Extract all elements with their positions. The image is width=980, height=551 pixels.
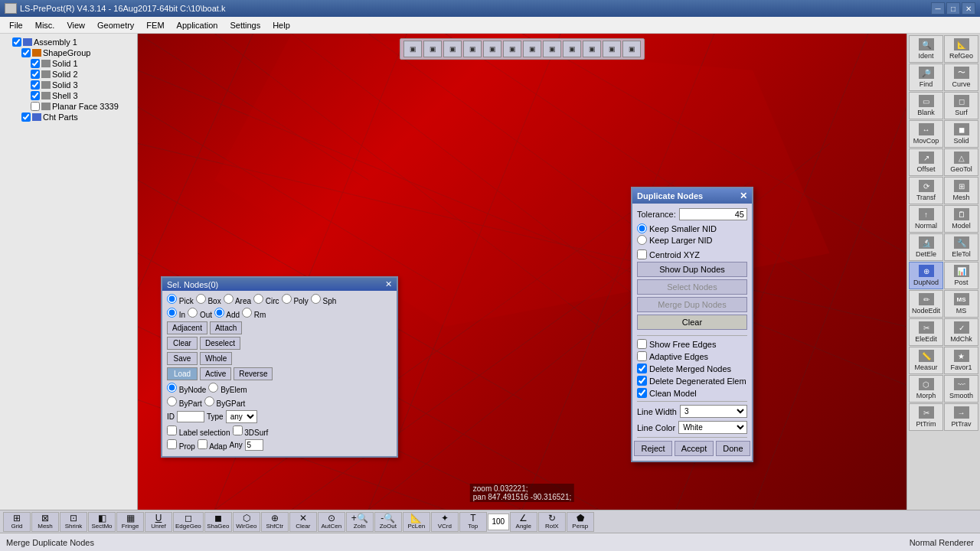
- rt-btn-favor1[interactable]: ★ Favor1: [944, 347, 978, 374]
- bt-persp[interactable]: ⬟ Persp: [567, 512, 594, 532]
- reverse-button[interactable]: Reverse: [234, 367, 273, 380]
- add-radio[interactable]: [214, 308, 224, 318]
- rt-btn-post[interactable]: 📊 Post: [944, 262, 978, 289]
- rt-btn-ident[interactable]: 🔍 Ident: [909, 35, 943, 63]
- tree-item-solid3[interactable]: Solid 3: [3, 80, 134, 90]
- adjacent-button[interactable]: Adjacent: [167, 321, 207, 334]
- bt-autcen[interactable]: ⊙ AutCen: [318, 512, 345, 532]
- rm-radio[interactable]: [242, 308, 252, 318]
- rt-btn-pttrim[interactable]: ✂ PtTrim: [909, 403, 943, 431]
- sph-radio[interactable]: [311, 294, 321, 304]
- merge-dup-nodes-button[interactable]: Merge Dup Nodes: [637, 297, 747, 312]
- bt-shrink[interactable]: ⊡ Shrink: [60, 512, 87, 532]
- in-radio[interactable]: [167, 308, 177, 318]
- sel-clear-button[interactable]: Clear: [167, 337, 198, 350]
- delete-merged-checkbox[interactable]: [637, 364, 647, 373]
- bt-shfctr[interactable]: ⊕ ShfCtr: [261, 512, 289, 532]
- dup-nodes-titlebar[interactable]: Duplicate Nodes ✕: [632, 188, 752, 204]
- poly-radio[interactable]: [282, 294, 292, 304]
- angle-input[interactable]: [488, 514, 509, 530]
- rt-btn-model[interactable]: 🗒 Model: [944, 205, 978, 233]
- rt-btn-offset[interactable]: ↗ Offset: [909, 148, 943, 176]
- line-color-select[interactable]: White Red Blue Green: [678, 421, 747, 434]
- dup-nodes-close-icon[interactable]: ✕: [740, 191, 747, 201]
- tree-checkbox-solid2[interactable]: [31, 70, 40, 79]
- vp-btn-11[interactable]: ▣: [603, 41, 621, 57]
- rt-btn-find[interactable]: 🔎 Find: [909, 64, 943, 91]
- tree-checkbox-assembly1[interactable]: [12, 37, 21, 47]
- byelem-radio[interactable]: [208, 383, 218, 393]
- tree-item-solid1[interactable]: Solid 1: [3, 58, 134, 69]
- pick-radio[interactable]: [167, 294, 177, 304]
- tree-item-shapegroup[interactable]: ShapeGroup: [3, 47, 134, 58]
- whole-button[interactable]: Whole: [200, 352, 232, 365]
- sel-nodes-close-icon[interactable]: ✕: [385, 279, 392, 289]
- tree-checkbox-solid1[interactable]: [31, 59, 40, 68]
- attach-button[interactable]: Attach: [210, 321, 242, 334]
- bt-grid[interactable]: ⊞ Grid: [3, 512, 31, 532]
- vp-btn-4[interactable]: ▣: [463, 41, 482, 57]
- sel-nodes-titlebar[interactable]: Sel. Nodes(0) ✕: [162, 278, 397, 291]
- vp-btn-9[interactable]: ▣: [563, 41, 581, 57]
- rt-btn-solid[interactable]: ◼ Solid: [944, 120, 978, 148]
- rt-btn-blank[interactable]: ▭ Blank: [909, 92, 943, 119]
- rt-btn-refgeo[interactable]: 📐 RefGeo: [944, 35, 978, 63]
- circ-radio[interactable]: [253, 294, 263, 304]
- rt-btn-measur[interactable]: 📏 Measur: [909, 347, 943, 374]
- close-button[interactable]: ✕: [962, 2, 975, 15]
- viewport[interactable]: ▣ ▣ ▣ ▣ ▣ ▣ ▣ ▣ ▣ ▣ ▣ ▣ Improve finite e…: [138, 34, 906, 510]
- bt-clear[interactable]: ✕ Clear: [289, 512, 317, 532]
- bt-top[interactable]: T Top: [459, 512, 487, 532]
- tree-checkbox-shapegroup[interactable]: [21, 48, 31, 57]
- line-width-select[interactable]: 1 2 3 4: [680, 405, 747, 418]
- bt-pclen[interactable]: 📐 PcLen: [403, 512, 430, 532]
- rt-btn-detele[interactable]: 🔬 DetEle: [909, 233, 943, 261]
- rt-btn-curve[interactable]: 〜 Curve: [944, 64, 978, 91]
- active-button[interactable]: Active: [200, 367, 231, 380]
- rt-btn-smooth[interactable]: 〰 Smooth: [944, 375, 978, 403]
- vp-btn-5[interactable]: ▣: [483, 41, 501, 57]
- adaptive-edges-checkbox[interactable]: [637, 351, 647, 361]
- vp-btn-10[interactable]: ▣: [583, 41, 601, 57]
- rt-btn-pttrav[interactable]: → PtTrav: [944, 403, 978, 431]
- tree-checkbox-solid3[interactable]: [31, 80, 40, 90]
- vp-btn-2[interactable]: ▣: [423, 41, 442, 57]
- show-dup-nodes-button[interactable]: Show Dup Nodes: [637, 262, 747, 277]
- rt-btn-mdchk[interactable]: ✓ MdChk: [944, 318, 978, 346]
- tree-checkbox-shell3[interactable]: [31, 91, 40, 100]
- tree-item-assembly1[interactable]: Assembly 1: [3, 37, 134, 47]
- tolerance-input[interactable]: 45: [679, 208, 747, 220]
- box-radio[interactable]: [196, 294, 206, 304]
- tree-item-planarface[interactable]: Planar Face 3339: [3, 101, 134, 112]
- label-selection-checkbox[interactable]: [167, 425, 177, 435]
- tree-item-chtparts[interactable]: Cht Parts: [3, 112, 134, 122]
- menu-help[interactable]: Help: [266, 19, 296, 31]
- adap-checkbox[interactable]: [198, 439, 207, 449]
- menu-geometry[interactable]: Geometry: [91, 19, 140, 31]
- rt-btn-eletol[interactable]: 🔧 EleTol: [944, 233, 978, 261]
- menu-fem[interactable]: FEM: [140, 19, 170, 31]
- bt-mesh[interactable]: ⊠ Mesh: [31, 512, 59, 532]
- bypart-radio[interactable]: [167, 396, 177, 406]
- rt-btn-mesh[interactable]: ⊞ Mesh: [944, 177, 978, 204]
- select-nodes-button[interactable]: Select Nodes: [637, 279, 747, 295]
- rt-btn-dupnod[interactable]: ⊕ DupNod: [909, 262, 943, 289]
- bt-zoout[interactable]: -🔍 ZoOut: [374, 512, 402, 532]
- load-button[interactable]: Load: [167, 367, 198, 380]
- bt-angle[interactable]: ∠ Angle: [510, 512, 537, 532]
- bt-wirgeo[interactable]: ⬡ WirGeo: [233, 512, 260, 532]
- vp-btn-3[interactable]: ▣: [443, 41, 462, 57]
- rt-btn-ms[interactable]: MS MS: [944, 290, 978, 318]
- rt-btn-noded[interactable]: ✏ NodeEdit: [909, 290, 943, 318]
- bt-unref[interactable]: U Unref: [145, 512, 172, 532]
- any-input[interactable]: [245, 439, 263, 451]
- bt-shageo[interactable]: ◼ ShaGeo: [204, 512, 232, 532]
- vp-btn-1[interactable]: ▣: [403, 41, 422, 57]
- free-edges-checkbox[interactable]: [637, 339, 647, 349]
- id-input[interactable]: [177, 411, 204, 422]
- bt-edgegeo[interactable]: ◻ EdgeGeo: [173, 512, 204, 532]
- maximize-button[interactable]: □: [946, 2, 960, 15]
- bt-zoin[interactable]: +🔍 ZoIn: [346, 512, 374, 532]
- area-radio[interactable]: [224, 294, 234, 304]
- rt-btn-geotol[interactable]: △ GeoTol: [944, 148, 978, 176]
